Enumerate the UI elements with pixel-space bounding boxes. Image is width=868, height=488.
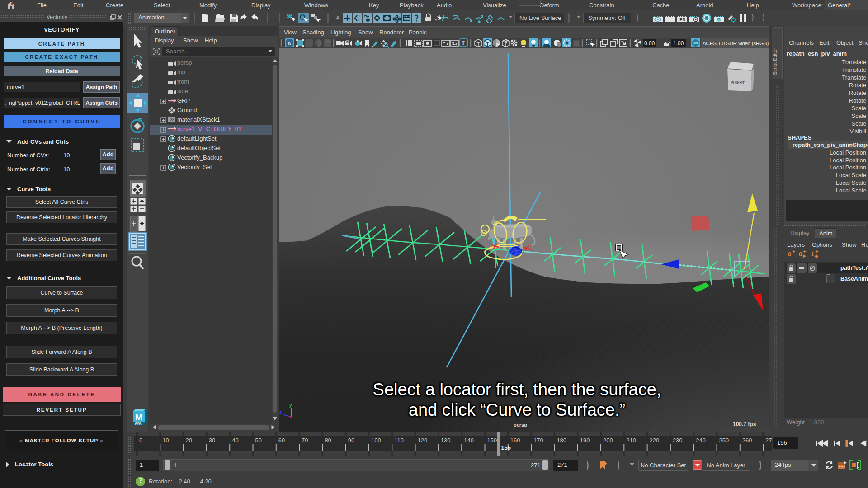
svg-text:0.00: 0.00 bbox=[644, 40, 655, 47]
svg-text:60: 60 bbox=[278, 437, 285, 444]
svg-text:80: 80 bbox=[325, 437, 331, 444]
svg-text:40: 40 bbox=[232, 437, 238, 444]
svg-text:1.00: 1.00 bbox=[673, 40, 684, 47]
svg-text:260: 260 bbox=[742, 437, 752, 444]
svg-text:30: 30 bbox=[209, 437, 215, 444]
svg-text:T: T bbox=[462, 40, 465, 46]
svg-text:156: 156 bbox=[501, 444, 511, 451]
svg-text:AYA: AYA bbox=[135, 422, 142, 426]
svg-text:20: 20 bbox=[186, 437, 192, 444]
svg-text:persp: persp bbox=[514, 422, 527, 427]
svg-text:160: 160 bbox=[510, 437, 520, 444]
svg-text:50: 50 bbox=[255, 437, 262, 444]
svg-text:100.7 fps: 100.7 fps bbox=[733, 421, 756, 427]
svg-text:230: 230 bbox=[673, 437, 683, 444]
svg-text:220: 220 bbox=[650, 437, 660, 444]
svg-text:110: 110 bbox=[394, 437, 404, 444]
svg-text:180: 180 bbox=[557, 437, 566, 444]
svg-text:IPR: IPR bbox=[679, 17, 686, 22]
svg-text:120: 120 bbox=[418, 437, 428, 444]
svg-text:150: 150 bbox=[487, 437, 497, 444]
svg-text:200: 200 bbox=[603, 437, 613, 444]
svg-text:10: 10 bbox=[162, 437, 169, 444]
svg-text:RIGHT: RIGHT bbox=[731, 80, 745, 84]
svg-text:90: 90 bbox=[348, 437, 354, 444]
svg-text:0: 0 bbox=[139, 437, 142, 444]
svg-text:M: M bbox=[135, 413, 142, 422]
svg-text:70: 70 bbox=[302, 437, 308, 444]
svg-text:A: A bbox=[288, 41, 291, 46]
svg-text:170: 170 bbox=[533, 437, 543, 444]
svg-text:240: 240 bbox=[696, 437, 706, 444]
svg-text:250: 250 bbox=[719, 437, 729, 444]
svg-text:190: 190 bbox=[580, 437, 590, 444]
svg-text:270: 270 bbox=[765, 437, 772, 444]
svg-text:130: 130 bbox=[441, 437, 451, 444]
svg-text:140: 140 bbox=[464, 437, 474, 444]
svg-text:ON: ON bbox=[693, 42, 698, 45]
svg-text:210: 210 bbox=[626, 437, 636, 444]
svg-text:100: 100 bbox=[371, 437, 381, 444]
